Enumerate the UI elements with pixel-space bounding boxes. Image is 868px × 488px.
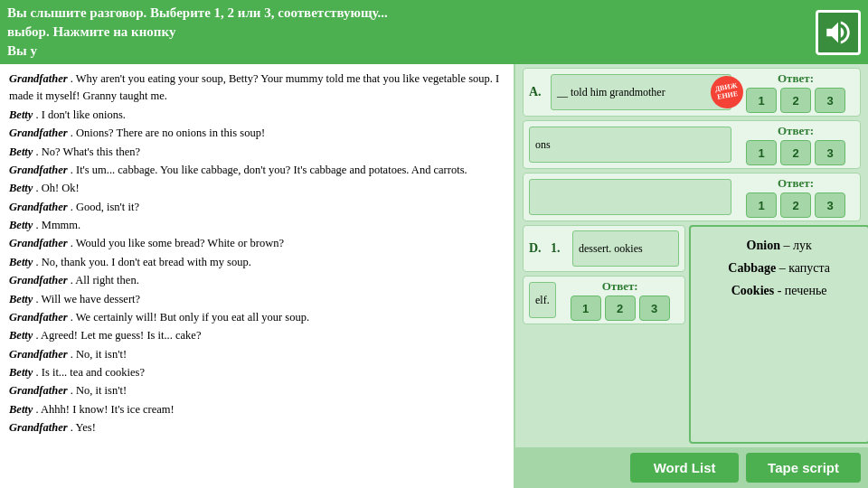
vocab-item-3: Cookies - печенье	[702, 279, 857, 302]
speaker-grandfather-6: Grandfather	[9, 201, 68, 213]
speaker-grandfather-12: Grandfather	[9, 311, 68, 324]
question-text-b: ons	[529, 127, 731, 163]
answer-label-a: Ответ:	[778, 71, 814, 86]
answer-btn-b-3[interactable]: 3	[815, 140, 845, 165]
speaker-grandfather-8: Grandfather	[9, 237, 68, 249]
dialogue-panel: Grandfather . Why aren't you eating your…	[0, 64, 515, 488]
answer-box-a: Ответ: 1 2 3	[737, 71, 854, 113]
answer-label-c: Ответ:	[778, 176, 814, 191]
speaker-betty-17: Betty	[9, 403, 33, 416]
row-d-col: D. 1. dessert. ookies elf. Ответ:	[523, 225, 685, 444]
answer-label-e: Ответ:	[602, 279, 638, 294]
main-area: Grandfather . Why aren't you eating your…	[0, 64, 868, 488]
answer-btn-a-1[interactable]: 1	[746, 88, 777, 113]
dialogue-line-11: Betty . Will we have dessert?	[9, 291, 505, 308]
answer-btn-a-3[interactable]: 3	[815, 88, 845, 113]
speaker-betty-13: Betty	[9, 329, 33, 342]
question-text-e: elf.	[529, 282, 556, 318]
dialogue-line-17: Betty . Ahhh! I know! It's ice cream!	[9, 401, 505, 418]
top-bar-text: Вы слышите разговор. Выберите 1, 2 или 3…	[7, 4, 807, 61]
dialogue-line-13: Betty . Agreed! Let me guess! Is it... c…	[9, 327, 505, 344]
dialogue-line-10: Grandfather . All right then.	[9, 272, 505, 289]
answer-btn-c-2[interactable]: 2	[780, 192, 811, 218]
dialogue-line-2: Grandfather . Onions? There are no onion…	[9, 125, 505, 142]
top-bar: Вы слышите разговор. Выберите 1, 2 или 3…	[0, 0, 868, 64]
vocab-item-1: Onion – лук	[702, 234, 857, 257]
speaker-betty-1: Betty	[9, 108, 33, 121]
speaker-grandfather-10: Grandfather	[9, 274, 68, 286]
dialogue-line-14: Grandfather . No, it isn't!	[9, 346, 505, 363]
dialogue-line-4: Grandfather . It's um... cabbage. You li…	[9, 162, 505, 179]
label-d-sub: 1.	[551, 241, 567, 256]
dialogue-line-9: Betty . No, thank you. I don't eat bread…	[9, 254, 505, 271]
answer-btn-b-2[interactable]: 2	[780, 140, 811, 165]
word-list-button[interactable]: Word List	[630, 453, 739, 483]
speaker-betty-9: Betty	[9, 256, 33, 268]
right-panel: A. __ told him grandmother ДВИЖ ЕНИЕ Отв…	[515, 64, 868, 488]
speaker-icon[interactable]	[816, 10, 861, 55]
speaker-betty-7: Betty	[9, 219, 33, 231]
answer-btn-c-3[interactable]: 3	[815, 192, 845, 218]
questions-area: A. __ told him grandmother ДВИЖ ЕНИЕ Отв…	[515, 64, 868, 447]
vocab-box: Onion – лук Cabbage – капуста Cookies - …	[689, 225, 868, 444]
speaker-betty-5: Betty	[9, 182, 33, 194]
question-row-b: ons Ответ: 1 2 3	[523, 120, 861, 169]
answer-buttons-a: 1 2 3	[746, 88, 845, 113]
speaker-grandfather-0: Grandfather	[9, 72, 68, 85]
speaker-betty-3: Betty	[9, 145, 33, 158]
answer-buttons-c: 1 2 3	[746, 192, 845, 218]
dialogue-line-0: Grandfather . Why aren't you eating your…	[9, 70, 505, 106]
dialogue-line-5: Betty . Oh! Ok!	[9, 180, 505, 197]
answer-label-b: Ответ:	[778, 124, 814, 138]
answer-box-b: Ответ: 1 2 3	[737, 124, 854, 165]
answer-box-e: Ответ: 1 2 3	[561, 279, 679, 321]
answer-buttons-e: 1 2 3	[571, 296, 670, 321]
speaker-grandfather-18: Grandfather	[9, 421, 68, 434]
dialogue-line-6: Grandfather . Good, isn't it?	[9, 199, 505, 216]
answer-buttons-b: 1 2 3	[746, 140, 845, 165]
answer-btn-c-1[interactable]: 1	[746, 192, 777, 218]
tape-script-button[interactable]: Tape script	[746, 453, 861, 483]
bottom-buttons: Word List Tape script	[515, 447, 868, 488]
answer-btn-b-1[interactable]: 1	[746, 140, 777, 165]
dialogue-line-18: Grandfather . Yes!	[9, 419, 505, 436]
dialogue-line-1: Betty . I don't like onions.	[9, 107, 505, 124]
dialogue-line-16: Grandfather . No, it isn't!	[9, 382, 505, 399]
dialogue-line-3: Betty . No? What's this then?	[9, 144, 505, 161]
speaker-grandfather-16: Grandfather	[9, 384, 68, 397]
row-d-area: D. 1. dessert. ookies elf. Ответ:	[523, 225, 861, 444]
question-text-c	[529, 179, 731, 215]
speaker-grandfather-4: Grandfather	[9, 164, 68, 176]
speaker-betty-15: Betty	[9, 366, 33, 379]
question-text-a: __ told him grandmother ДВИЖ ЕНИЕ	[551, 74, 731, 110]
label-a: A.	[529, 85, 545, 99]
vocab-item-2: Cabbage – капуста	[702, 257, 857, 279]
dialogue-line-7: Betty . Mmmm.	[9, 217, 505, 234]
question-row-e: elf. Ответ: 1 2 3	[523, 276, 685, 324]
dialogue-line-15: Betty . Is it... tea and cookies?	[9, 364, 505, 381]
speaker-grandfather-2: Grandfather	[9, 127, 68, 139]
speaker-grandfather-14: Grandfather	[9, 348, 68, 361]
answer-btn-e-1[interactable]: 1	[571, 296, 601, 321]
speaker-betty-11: Betty	[9, 293, 33, 305]
answer-btn-a-2[interactable]: 2	[780, 88, 811, 113]
answer-btn-e-3[interactable]: 3	[639, 296, 670, 321]
question-row-a: A. __ told him grandmother ДВИЖ ЕНИЕ Отв…	[523, 68, 861, 117]
dialogue-line-12: Grandfather . We certainly will! But onl…	[9, 309, 505, 326]
answer-btn-e-2[interactable]: 2	[605, 296, 636, 321]
label-d: D.	[529, 241, 545, 256]
dialogue-line-8: Grandfather . Would you like some bread?…	[9, 235, 505, 252]
question-row-c: Ответ: 1 2 3	[523, 173, 861, 221]
answer-box-c: Ответ: 1 2 3	[737, 176, 854, 218]
question-row-d: D. 1. dessert. ookies	[523, 225, 685, 272]
question-text-d: dessert. ookies	[572, 230, 679, 267]
